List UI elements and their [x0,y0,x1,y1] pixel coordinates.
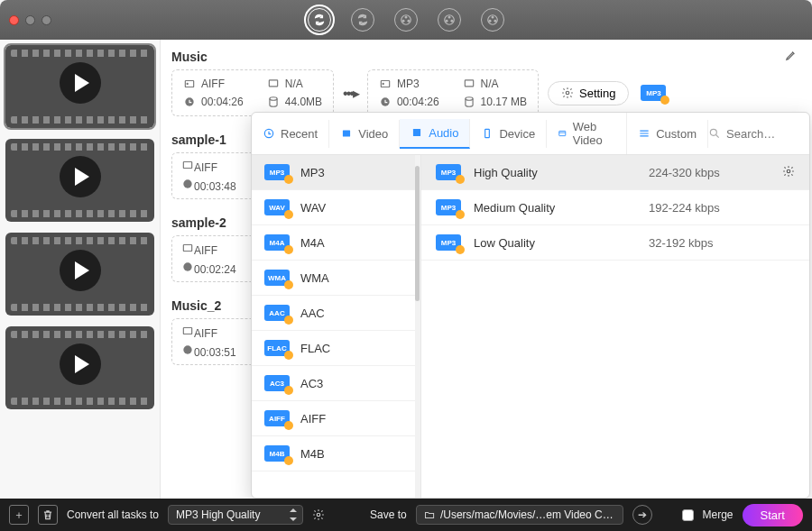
format-item-m4a[interactable]: M4AM4A [252,225,420,261]
src-duration: 00:04:26 [201,96,244,108]
format-item-aac[interactable]: AACAAC [252,296,420,331]
minimize-window-button[interactable] [25,15,35,25]
format-label: AC3 [300,377,323,390]
save-path-box[interactable]: /Users/mac/Movies/…em Video Converter [416,505,623,525]
src-duration: 00:03:51 [194,346,236,359]
save-label: Save to [370,508,407,521]
thumb-item[interactable] [0,133,160,227]
delete-task-button[interactable] [38,505,58,525]
play-icon [60,62,101,104]
titlebar [0,0,812,40]
dst-duration: 00:04:26 [397,96,439,108]
tab-webvideo[interactable]: Web Video [547,113,627,154]
format-item-ac3[interactable]: AC3AC3 [252,366,420,401]
tab-audio[interactable]: Audio [400,119,470,149]
svg-rect-23 [183,162,191,169]
format-item-mp3[interactable]: MP3MP3 [252,155,420,190]
thumb-item[interactable] [0,40,160,133]
search-input[interactable] [726,127,798,141]
gear-icon[interactable] [782,165,795,180]
format-chip[interactable]: MP3 [638,82,669,104]
quality-rate: 32-192 kbps [649,236,795,250]
play-icon [60,343,101,385]
start-button[interactable]: Start [743,504,803,526]
source-card: AIFF N/A 00:04:26 44.0MB [171,69,334,116]
mode-download-icon[interactable] [351,8,374,32]
tab-video[interactable]: Video [329,120,400,148]
svg-point-28 [183,345,191,353]
arrow-icon: •••▸ [343,85,358,102]
folder-icon [424,508,435,521]
svg-rect-27 [183,328,191,334]
svg-point-36 [317,513,320,517]
tab-label: Video [358,127,388,141]
format-item-m4b[interactable]: M4BM4B [252,436,420,471]
format-label: MP3 [300,166,325,179]
svg-point-35 [787,169,790,173]
setting-button[interactable]: Setting [548,81,629,105]
preset-select[interactable]: MP3 High Quality [168,505,303,525]
merge-checkbox[interactable] [682,509,694,521]
mode-film-x-icon[interactable] [481,8,504,32]
source-card: AIFF 00:02:24 [171,235,262,282]
dest-card: MP3 N/A 00:04:26 10.17 MB [367,69,539,116]
svg-rect-14 [269,80,277,87]
svg-point-1 [405,16,407,18]
edit-icon[interactable] [785,49,798,64]
task-title: Music [171,50,208,64]
gear-icon[interactable] [312,508,325,521]
setting-label: Setting [579,87,615,100]
svg-rect-31 [413,129,420,136]
scrollbar[interactable] [415,155,420,498]
quality-rate: 224-320 kbps [649,166,770,179]
mode-convert-icon[interactable] [308,8,331,32]
svg-point-11 [494,20,496,22]
top-toolbar [308,8,504,32]
quality-item-high[interactable]: MP3 High Quality 224-320 kbps [421,155,809,190]
tab-custom[interactable]: Custom [627,120,708,148]
src-format: AIFF [201,78,225,90]
format-popover: Recent Video Audio Device Web Video Cust… [251,112,810,499]
svg-point-21 [466,97,473,101]
format-item-aiff[interactable]: AIFFAIFF [252,401,420,436]
open-folder-button[interactable]: ➔ [632,505,652,525]
svg-rect-30 [343,131,350,137]
mode-film-icon[interactable] [394,8,418,32]
format-list[interactable]: MP3MP3 WAVWAV M4AM4A WMAWMA AACAAC FLACF… [252,155,421,498]
close-window-button[interactable] [9,15,19,25]
format-label: FLAC [300,342,330,355]
dst-size: 10.17 MB [481,96,527,108]
search-box[interactable] [708,127,798,141]
add-task-button[interactable]: ＋ [9,505,29,525]
src-duration: 00:02:24 [194,263,236,276]
format-item-wav[interactable]: WAVWAV [252,190,420,225]
mode-film-plus-icon[interactable] [438,8,461,32]
thumb-item[interactable] [0,321,160,415]
task-title: sample-1 [171,133,226,147]
save-path: /Users/mac/Movies/…em Video Converter [440,508,615,521]
play-icon [60,250,101,291]
tab-label: Web Video [573,120,615,147]
quality-item-medium[interactable]: MP3 Medium Quality 192-224 kbps [421,190,809,225]
format-item-flac[interactable]: FLACFLAC [252,331,420,366]
preset-value: MP3 High Quality [176,508,260,521]
src-res: N/A [285,78,303,90]
svg-point-22 [566,91,569,95]
format-item-wma[interactable]: WMAWMA [252,261,420,296]
thumb-item[interactable] [0,227,160,321]
quality-label: Low Quality [474,236,636,250]
maximize-window-button[interactable] [42,15,51,25]
svg-point-3 [408,20,410,22]
search-icon [708,127,721,140]
source-card: AIFF 00:03:48 [171,152,262,199]
tab-label: Recent [281,127,318,141]
dst-format: MP3 [397,78,420,90]
format-label: WMA [300,271,329,285]
quality-label: Medium Quality [474,201,636,215]
quality-item-low[interactable]: MP3 Low Quality 32-192 kbps [421,225,809,261]
source-card: AIFF 00:03:51 [171,318,262,365]
quality-label: High Quality [474,166,636,179]
tab-device[interactable]: Device [470,120,547,148]
tab-recent[interactable]: Recent [252,120,329,148]
format-label: WAV [300,201,326,215]
